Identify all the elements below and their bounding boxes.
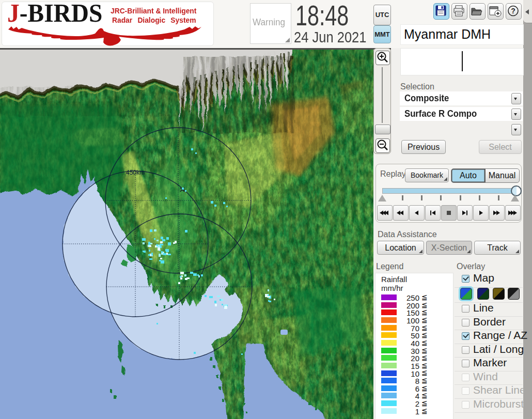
svg-text:?: ? [511,7,515,15]
svg-text:450km: 450km [126,169,145,176]
